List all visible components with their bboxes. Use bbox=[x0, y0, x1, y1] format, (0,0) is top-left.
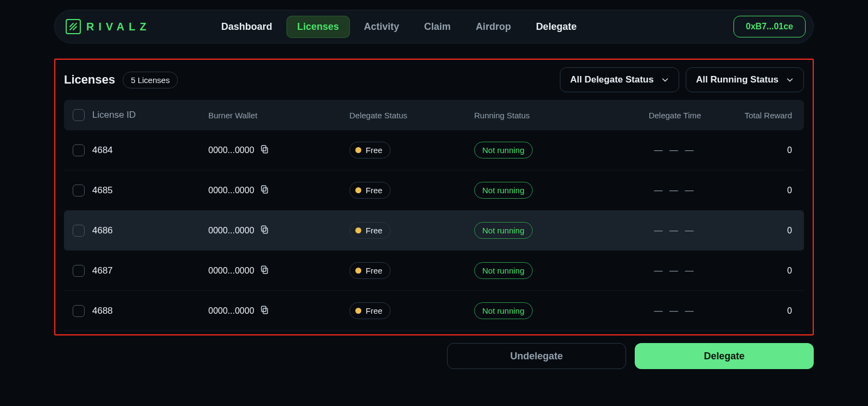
svg-rect-5 bbox=[261, 226, 266, 231]
delegate-status-text: Free bbox=[366, 266, 382, 275]
main-nav: DashboardLicensesActivityClaimAirdropDel… bbox=[210, 16, 588, 38]
svg-rect-1 bbox=[261, 145, 266, 151]
running-status-badge: Not running bbox=[474, 142, 533, 158]
delegate-status-text: Free bbox=[366, 186, 382, 195]
col-delegate-time: Delegate Time bbox=[615, 111, 735, 120]
table-row: 46860000...0000FreeNot running— — —0 bbox=[64, 211, 804, 251]
total-reward: 0 bbox=[735, 186, 795, 195]
running-status-badge: Not running bbox=[474, 302, 533, 319]
select-all-checkbox[interactable] bbox=[73, 109, 85, 121]
delegate-time: — — — bbox=[615, 306, 735, 316]
filter-running-status[interactable]: All Running Status bbox=[686, 67, 804, 92]
copy-icon[interactable] bbox=[260, 265, 270, 277]
svg-rect-4 bbox=[263, 228, 267, 233]
row-checkbox[interactable] bbox=[73, 305, 85, 317]
license-count-badge: 5 Licenses bbox=[123, 72, 178, 88]
delegate-button[interactable]: Delegate bbox=[635, 343, 814, 369]
page-title: Licenses bbox=[64, 73, 115, 87]
table-row: 46870000...0000FreeNot running— — —0 bbox=[64, 251, 804, 291]
delegate-time: — — — bbox=[615, 186, 735, 195]
license-id: 4686 bbox=[92, 225, 113, 236]
row-checkbox[interactable] bbox=[73, 265, 85, 277]
svg-rect-3 bbox=[261, 186, 266, 191]
svg-rect-7 bbox=[261, 266, 266, 271]
copy-icon[interactable] bbox=[260, 225, 270, 237]
delegate-time: — — — bbox=[615, 266, 735, 276]
nav-item-airdrop[interactable]: Airdrop bbox=[465, 16, 522, 38]
row-checkbox[interactable] bbox=[73, 225, 85, 237]
total-reward: 0 bbox=[735, 145, 795, 155]
running-status-badge: Not running bbox=[474, 182, 533, 199]
burner-wallet: 0000...0000 bbox=[208, 226, 254, 236]
licenses-table: License ID Burner Wallet Delegate Status… bbox=[58, 100, 810, 334]
total-reward: 0 bbox=[735, 226, 795, 236]
row-checkbox[interactable] bbox=[73, 144, 85, 156]
filter-running-status-label: All Running Status bbox=[696, 74, 778, 85]
svg-rect-2 bbox=[263, 188, 267, 193]
nav-item-licenses[interactable]: Licenses bbox=[286, 16, 350, 38]
license-id: 4688 bbox=[92, 306, 113, 316]
license-id: 4685 bbox=[92, 185, 113, 196]
col-burner: Burner Wallet bbox=[208, 111, 349, 120]
table-row: 46880000...0000FreeNot running— — —0 bbox=[64, 291, 804, 331]
delegate-status-badge: Free bbox=[349, 302, 391, 319]
burner-wallet: 0000...0000 bbox=[208, 306, 254, 316]
brand-logo: RIVALZ bbox=[66, 19, 151, 34]
brand-mark-icon bbox=[66, 19, 81, 34]
brand-name: RIVALZ bbox=[86, 21, 151, 33]
licenses-card: Licenses 5 Licenses All Delegate Status … bbox=[54, 59, 814, 335]
table-row: 46840000...0000FreeNot running— — —0 bbox=[64, 130, 804, 170]
col-delegate-status: Delegate Status bbox=[349, 111, 474, 120]
table-header-row: License ID Burner Wallet Delegate Status… bbox=[64, 100, 804, 130]
footer-actions: Undelegate Delegate bbox=[54, 343, 814, 369]
topbar: RIVALZ DashboardLicensesActivityClaimAir… bbox=[54, 10, 814, 43]
copy-icon[interactable] bbox=[260, 305, 270, 317]
status-dot-icon bbox=[355, 187, 361, 193]
total-reward: 0 bbox=[735, 266, 795, 276]
row-checkbox[interactable] bbox=[73, 185, 85, 196]
running-status-badge: Not running bbox=[474, 222, 533, 239]
card-head: Licenses 5 Licenses All Delegate Status … bbox=[58, 65, 810, 100]
nav-item-delegate[interactable]: Delegate bbox=[525, 16, 588, 38]
delegate-status-badge: Free bbox=[349, 182, 391, 199]
status-dot-icon bbox=[355, 227, 361, 233]
nav-item-claim[interactable]: Claim bbox=[413, 16, 462, 38]
burner-wallet: 0000...0000 bbox=[208, 186, 254, 195]
copy-icon[interactable] bbox=[260, 144, 270, 156]
status-dot-icon bbox=[355, 268, 361, 274]
chevron-down-icon bbox=[661, 76, 669, 84]
delegate-time: — — — bbox=[615, 145, 735, 155]
delegate-status-badge: Free bbox=[349, 222, 391, 239]
burner-wallet: 0000...0000 bbox=[208, 145, 254, 155]
col-license-id: License ID bbox=[92, 110, 136, 120]
license-id: 4687 bbox=[92, 265, 113, 276]
svg-rect-0 bbox=[263, 148, 267, 153]
svg-rect-6 bbox=[263, 268, 267, 274]
total-reward: 0 bbox=[735, 306, 795, 316]
col-running-status: Running Status bbox=[474, 111, 615, 120]
wallet-button[interactable]: 0xB7...01ce bbox=[733, 16, 806, 37]
license-id: 4684 bbox=[92, 145, 113, 156]
filter-delegate-status-label: All Delegate Status bbox=[570, 74, 654, 85]
nav-item-activity[interactable]: Activity bbox=[353, 16, 410, 38]
status-dot-icon bbox=[355, 147, 361, 153]
filter-delegate-status[interactable]: All Delegate Status bbox=[560, 67, 679, 92]
undelegate-button[interactable]: Undelegate bbox=[447, 343, 626, 369]
copy-icon[interactable] bbox=[260, 185, 270, 196]
chevron-down-icon bbox=[786, 76, 794, 84]
table-row: 46850000...0000FreeNot running— — —0 bbox=[64, 170, 804, 211]
svg-rect-8 bbox=[263, 308, 267, 314]
svg-rect-9 bbox=[261, 306, 266, 312]
col-total-reward: Total Reward bbox=[735, 111, 795, 120]
nav-item-dashboard[interactable]: Dashboard bbox=[210, 16, 283, 38]
delegate-status-text: Free bbox=[366, 226, 382, 235]
delegate-status-badge: Free bbox=[349, 262, 391, 279]
delegate-time: — — — bbox=[615, 226, 735, 236]
delegate-status-text: Free bbox=[366, 145, 382, 155]
running-status-badge: Not running bbox=[474, 262, 533, 279]
delegate-status-text: Free bbox=[366, 306, 382, 315]
delegate-status-badge: Free bbox=[349, 142, 391, 158]
burner-wallet: 0000...0000 bbox=[208, 266, 254, 276]
status-dot-icon bbox=[355, 308, 361, 314]
